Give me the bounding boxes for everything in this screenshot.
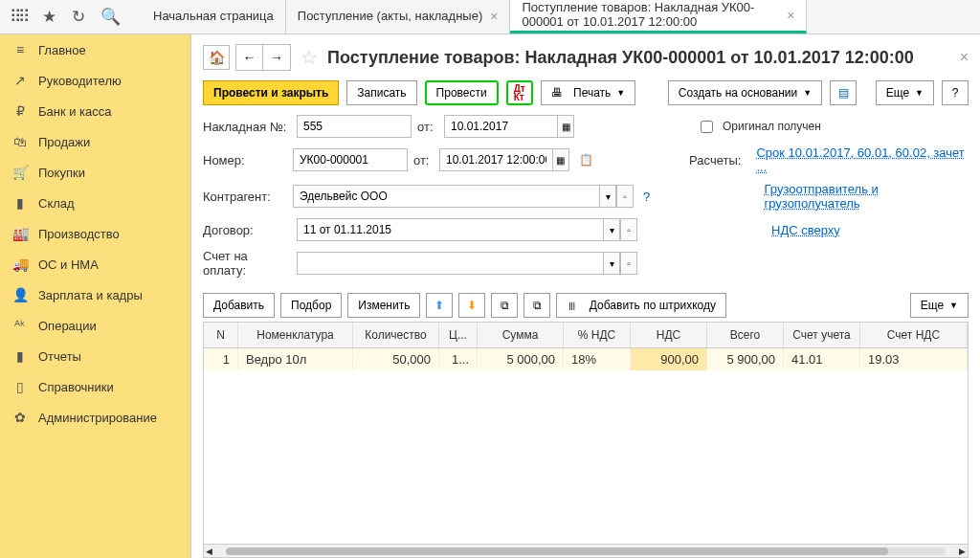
favorites-icon[interactable]: ★	[42, 7, 56, 27]
col-vatacc[interactable]: Счет НДС	[860, 323, 968, 347]
settlements-link[interactable]: Срок 10.01.2017, 60.01, 60.02, зачет ...	[756, 145, 969, 174]
sidebar-production[interactable]: 🏭Производство	[0, 218, 190, 249]
sender-link[interactable]: Грузоотправитель и грузополучатель	[765, 182, 969, 211]
prepay-field[interactable]	[297, 252, 603, 275]
scroll-right-icon[interactable]: ▶	[957, 547, 968, 556]
number-label: Номер:	[203, 153, 287, 167]
book-icon: ▯	[11, 379, 29, 394]
table-toolbar: Добавить Подбор Изменить ⬆ ⬇ ⧉ ⧉ ⫼ Добав…	[203, 293, 969, 318]
close-icon[interactable]: ×	[960, 49, 969, 66]
contract-field[interactable]	[297, 218, 603, 241]
print-button[interactable]: 🖶 Печать▼	[541, 80, 636, 105]
col-qty[interactable]: Количество	[353, 323, 439, 347]
tab-receipts[interactable]: Поступление (акты, накладные)×	[286, 0, 511, 33]
open-icon[interactable]: ▫	[620, 252, 637, 275]
col-n[interactable]: N	[204, 323, 238, 347]
open-icon[interactable]: ▫	[620, 218, 637, 241]
top-bar: ⠿⠿ ★ ↻ 🔍 Начальная страница Поступление …	[0, 0, 980, 34]
table-more-button[interactable]: Еще▼	[910, 293, 969, 318]
home-button[interactable]: 🏠	[203, 45, 230, 70]
gear-icon: ✿	[11, 410, 29, 425]
content: 🏠 ← → ☆ Поступление товаров: Накладная У…	[191, 34, 980, 558]
scroll-left-icon[interactable]: ◀	[204, 547, 214, 556]
bars-icon: ▮	[11, 348, 29, 364]
sidebar-assets[interactable]: 🚚ОС и НМА	[0, 249, 190, 279]
post-close-button[interactable]: Провести и закрыть	[203, 80, 339, 105]
forward-button[interactable]: →	[263, 45, 290, 70]
original-checkbox[interactable]	[701, 121, 713, 133]
help-link[interactable]: ?	[643, 190, 650, 204]
post-button[interactable]: Провести	[425, 80, 499, 105]
attach-button[interactable]: ▤	[830, 80, 857, 105]
chevron-down-icon[interactable]: ▾	[603, 218, 620, 241]
move-up-button[interactable]: ⬆	[426, 293, 453, 318]
calendar-icon[interactable]: ▦	[552, 148, 569, 171]
search-icon[interactable]: 🔍	[100, 7, 121, 27]
col-acc[interactable]: Счет учета	[784, 323, 860, 347]
number-date-field[interactable]	[439, 148, 552, 171]
col-price[interactable]: Ц...	[439, 323, 478, 347]
history-icon[interactable]: ↻	[72, 7, 85, 27]
bag-icon: 🛍	[11, 134, 29, 149]
vat-link[interactable]: НДС сверху	[771, 223, 840, 237]
page-title: Поступление товаров: Накладная УК00-0000…	[327, 48, 954, 68]
more-button[interactable]: Еще▼	[876, 80, 934, 105]
table-row[interactable]: 1 Ведро 10л 50,000 1... 5 000,00 18% 900…	[204, 348, 968, 370]
col-vatrate[interactable]: % НДС	[564, 323, 631, 347]
sidebar-catalogs[interactable]: ▯Справочники	[0, 371, 190, 402]
from-label: от:	[417, 120, 438, 134]
back-button[interactable]: ←	[236, 45, 263, 70]
sidebar-main[interactable]: ≡Главное	[0, 34, 190, 65]
sidebar-purchase[interactable]: 🛒Покупки	[0, 157, 190, 188]
tab-document[interactable]: Поступление товаров: Накладная УК00-0000…	[510, 0, 807, 33]
settle-label: Расчеты:	[689, 153, 741, 167]
copy-button[interactable]: ⧉	[491, 293, 518, 318]
barcode-icon: ⫼	[567, 299, 578, 312]
close-icon[interactable]: ×	[490, 9, 498, 24]
number-field[interactable]	[293, 148, 408, 171]
create-based-button[interactable]: Создать на основании▼	[668, 80, 822, 105]
contragent-field[interactable]	[293, 185, 599, 208]
open-icon[interactable]: ▫	[616, 185, 634, 208]
sidebar-operations[interactable]: ᴬᵏОперации	[0, 310, 190, 341]
invoice-no-field[interactable]	[297, 115, 412, 138]
paste-button[interactable]: ⧉	[523, 293, 550, 318]
col-total[interactable]: Всего	[707, 323, 784, 347]
star-icon[interactable]: ☆	[301, 46, 318, 69]
close-icon[interactable]: ×	[787, 8, 794, 23]
box-icon: ▮	[11, 195, 29, 211]
calendar-icon[interactable]: ▦	[557, 115, 574, 138]
chart-icon: ↗	[11, 73, 29, 88]
contract-label: Договор:	[203, 223, 291, 237]
chevron-down-icon[interactable]: ▾	[599, 185, 616, 208]
col-vat[interactable]: НДС	[631, 323, 707, 347]
col-sum[interactable]: Сумма	[478, 323, 564, 347]
table-header: N Номенклатура Количество Ц... Сумма % Н…	[204, 323, 968, 348]
factory-icon: 🏭	[11, 226, 29, 241]
barcode-button[interactable]: ⫼ Добавить по штрихкоду	[556, 293, 726, 318]
change-button[interactable]: Изменить	[347, 293, 420, 318]
col-item[interactable]: Номенклатура	[238, 323, 353, 347]
sidebar-bank[interactable]: ₽Банк и касса	[0, 96, 190, 126]
clipboard-icon[interactable]: 📋	[579, 153, 593, 167]
horizontal-scrollbar[interactable]: ◀ ▶	[204, 544, 968, 557]
add-button[interactable]: Добавить	[203, 293, 275, 318]
sidebar-reports[interactable]: ▮Отчеты	[0, 341, 190, 371]
contragent-label: Контрагент:	[203, 190, 287, 204]
apps-icon[interactable]: ⠿⠿	[10, 7, 27, 27]
tab-home[interactable]: Начальная страница	[142, 0, 286, 33]
chevron-down-icon[interactable]: ▾	[603, 252, 620, 275]
invoice-date-field[interactable]	[444, 115, 557, 138]
from-label-2: от:	[413, 153, 434, 167]
sidebar-manager[interactable]: ↗Руководителю	[0, 65, 190, 96]
write-button[interactable]: Записать	[346, 80, 416, 105]
select-button[interactable]: Подбор	[280, 293, 342, 318]
move-down-button[interactable]: ⬇	[458, 293, 485, 318]
invoice-label: Накладная №:	[203, 120, 291, 134]
sidebar-stock[interactable]: ▮Склад	[0, 188, 190, 218]
sidebar-payroll[interactable]: 👤Зарплата и кадры	[0, 279, 190, 310]
sidebar-admin[interactable]: ✿Администрирование	[0, 402, 190, 433]
sidebar-sales[interactable]: 🛍Продажи	[0, 126, 190, 157]
help-button[interactable]: ?	[942, 80, 969, 105]
dtcr-button[interactable]: ДтКт	[506, 80, 533, 105]
